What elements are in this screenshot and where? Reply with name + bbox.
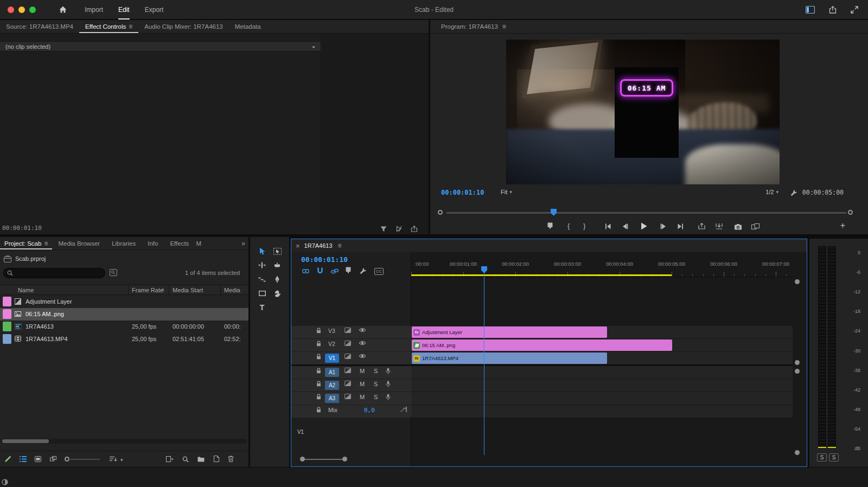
new-item-icon[interactable] [214, 456, 219, 462]
pen-tool[interactable] [271, 273, 284, 286]
find-icon[interactable] [182, 456, 189, 463]
status-sync-icon[interactable] [2, 479, 8, 485]
sync-lock-icon[interactable] [344, 341, 351, 346]
play-edit-icon[interactable] [395, 226, 402, 232]
lock-icon[interactable] [316, 381, 321, 387]
play-button[interactable] [641, 222, 647, 230]
ripple-edit-tool[interactable] [256, 259, 269, 272]
track-select-forward-tool[interactable] [271, 245, 284, 258]
search-box[interactable] [3, 268, 105, 278]
timeline-playhead-line[interactable] [484, 273, 484, 455]
comparison-view-icon[interactable] [751, 223, 760, 229]
column-media-start[interactable]: Media Start [173, 287, 203, 293]
linked-selection-icon[interactable] [331, 268, 339, 274]
solo-button[interactable]: S [374, 368, 378, 374]
lock-icon[interactable] [316, 341, 321, 347]
column-media[interactable]: Media [224, 287, 240, 293]
add-marker-icon[interactable] [547, 222, 553, 229]
mark-in-button[interactable]: { [567, 222, 570, 230]
tab-source-monitor[interactable]: Source: 1R7A4613.MP4 [0, 20, 79, 33]
tab-audio-clip-mixer[interactable]: Audio Clip Mixer: 1R7A4613 [138, 20, 228, 33]
label-color-chip[interactable] [3, 309, 11, 319]
vscroll-thumb-bottom[interactable] [795, 369, 800, 374]
project-writable-pencil-icon[interactable] [4, 456, 11, 463]
sync-lock-icon[interactable] [344, 394, 351, 399]
vscroll-thumb-top[interactable] [795, 360, 800, 365]
sync-lock-icon[interactable] [344, 381, 351, 386]
panel-menu-icon[interactable]: ≡ [129, 23, 132, 30]
menu-export[interactable]: Export [145, 0, 164, 20]
panel-menu-icon[interactable]: ≡ [338, 242, 342, 249]
filter-properties-icon[interactable] [380, 226, 387, 232]
tab-media-browser[interactable]: Media Browser [52, 237, 106, 249]
timeline-settings-wrench-icon[interactable] [360, 267, 367, 274]
voiceover-mic-icon[interactable] [386, 394, 391, 401]
minimize-window-button[interactable] [18, 7, 25, 13]
step-back-button[interactable] [622, 223, 628, 229]
icon-view-icon[interactable] [35, 456, 41, 462]
fullscreen-icon[interactable] [851, 6, 858, 14]
tab-program-monitor[interactable]: Program: 1R7A4613 [430, 23, 498, 30]
new-bin-folder-icon[interactable] [197, 456, 205, 462]
sync-lock-icon[interactable] [344, 368, 351, 373]
share-export-icon[interactable] [829, 6, 837, 14]
toggle-track-output-eye-icon[interactable] [359, 328, 366, 332]
label-color-chip[interactable] [3, 334, 11, 344]
export-frame-camera-icon[interactable] [734, 223, 742, 230]
zoom-slider-knob[interactable] [65, 457, 69, 462]
delete-trash-icon[interactable] [228, 456, 234, 462]
mark-out-button[interactable]: } [583, 222, 585, 230]
tab-project[interactable]: Project: Scab ≡ [0, 237, 52, 249]
tab-truncated[interactable]: M [195, 237, 202, 249]
close-tab-icon[interactable]: × [296, 242, 300, 250]
project-file-row[interactable]: Scab.prproj [0, 253, 248, 264]
export-frame-icon[interactable] [411, 226, 418, 232]
go-to-out-button[interactable] [678, 223, 684, 229]
mix-track-label[interactable]: Mix [328, 407, 337, 413]
chevron-down-icon[interactable]: ▾ [120, 457, 123, 463]
tab-libraries[interactable]: Libraries [106, 237, 142, 249]
clip-adjustment-layer[interactable]: fx Adjustment Layer [412, 326, 607, 338]
table-row[interactable]: 1R7A4613.MP4 25,00 fps 02:51:41:05 02:52… [0, 333, 248, 345]
zoom-handle-right[interactable] [342, 457, 347, 462]
playback-resolution-select[interactable]: 1/2 ▾ [765, 189, 778, 195]
type-tool[interactable]: T [256, 301, 269, 314]
sync-lock-icon[interactable] [344, 354, 351, 359]
table-row[interactable]: 1R7A4613 25,00 fps 00:00:00:00 00:00: [0, 321, 248, 333]
vscroll-bottom-handle[interactable] [795, 450, 800, 455]
rectangle-tool[interactable] [256, 287, 269, 300]
lock-icon[interactable] [316, 368, 321, 374]
solo-button[interactable]: S [374, 381, 378, 387]
clip-png-graphic[interactable]: ▦ 06:15 AM..png [412, 339, 672, 351]
mute-button[interactable]: M [360, 368, 365, 374]
tab-overflow-icon[interactable]: » [241, 240, 245, 247]
selection-tool[interactable] [256, 245, 269, 258]
zoom-handle-left[interactable] [300, 457, 305, 462]
track-name[interactable]: V3 [328, 328, 335, 334]
panel-menu-icon[interactable]: ≡ [502, 23, 506, 30]
column-frame-rate[interactable]: Frame Rate [132, 287, 163, 293]
timeline-hscrollbar[interactable] [296, 457, 790, 462]
table-row[interactable]: Adjustment Layer [0, 296, 248, 308]
lock-icon[interactable] [316, 407, 321, 413]
captions-cc-icon[interactable]: CC [374, 268, 384, 275]
label-color-chip[interactable] [3, 297, 11, 306]
nest-sequences-icon[interactable] [302, 268, 309, 274]
work-area-bar[interactable] [411, 274, 672, 276]
tab-effect-controls[interactable]: Effect Controls ≡ [79, 20, 138, 33]
expand-triangle-icon[interactable]: ▸ [312, 44, 315, 49]
timeline-tab-label[interactable]: 1R7A4613 [304, 242, 333, 249]
toggle-track-output-eye-icon[interactable] [359, 354, 366, 358]
settings-wrench-icon[interactable] [790, 189, 797, 196]
tab-metadata[interactable]: Metadata [229, 20, 267, 33]
sort-options-icon[interactable] [110, 456, 117, 462]
source-patch-v1[interactable]: V1 [293, 427, 308, 437]
program-out-point[interactable]: 00:00:05:00 [802, 189, 844, 196]
lock-icon[interactable] [316, 328, 321, 334]
menu-edit[interactable]: Edit [118, 0, 130, 20]
lock-icon[interactable] [316, 394, 321, 400]
solo-button[interactable]: S [374, 394, 378, 400]
table-row-selected[interactable]: 06:15 AM..png [0, 308, 248, 321]
panel-menu-icon[interactable]: ≡ [44, 240, 48, 247]
mix-pan-value[interactable]: 0,0 [364, 407, 375, 414]
